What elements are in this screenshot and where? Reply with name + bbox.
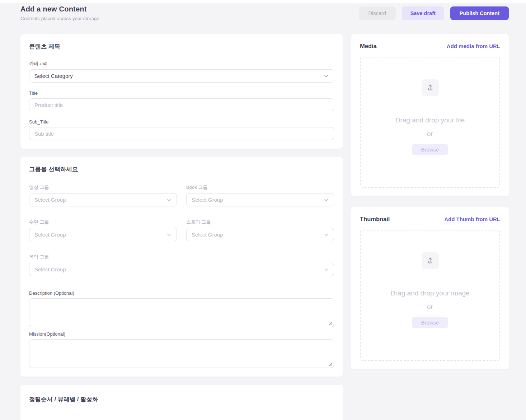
chevron-down-icon <box>324 197 329 202</box>
media-card: Media Add media from URL Drag and drop y… <box>351 34 509 196</box>
resize-handle-icon[interactable] <box>328 321 332 325</box>
content-title-card: 콘텐츠 제목 카테고리 Select Category Title Sub_Ti… <box>20 34 343 149</box>
description-field: Description (Optional) <box>29 290 334 327</box>
music-group-select-value: Select Group <box>34 266 324 272</box>
sort-viewlevel-heading: 정렬순서 / 뷰레벨 / 활성화 <box>29 396 334 403</box>
discard-button[interactable]: Discard <box>359 6 396 20</box>
media-dropzone[interactable]: Drag and drop your file or Browse <box>360 57 500 188</box>
sleep-group-select-value: Select Group <box>34 232 166 238</box>
upload-icon <box>426 256 435 265</box>
group-select-card: 그룹을 선택하세요 명상 그룹 Select Group Book 그룹 Sel… <box>20 157 343 377</box>
story-group-label: 스토리 그룹 <box>186 219 334 225</box>
category-select-value: Select Category <box>34 73 324 79</box>
media-drop-text: Drag and drop your file <box>395 116 465 124</box>
left-column: 콘텐츠 제목 카테고리 Select Category Title Sub_Ti… <box>20 34 343 420</box>
story-group-select[interactable]: Select Group <box>186 228 334 241</box>
meditation-group-select-value: Select Group <box>34 197 166 203</box>
thumbnail-dropzone[interactable]: Drag and drop your image or Browse <box>360 230 500 361</box>
book-group-select-value: Select Group <box>192 197 324 203</box>
page-header: Add a new Content Contents placed across… <box>0 3 526 21</box>
add-media-from-url-link[interactable]: Add media from URL <box>447 43 500 49</box>
music-group-select[interactable]: Select Group <box>29 263 334 276</box>
sleep-group-select[interactable]: Select Group <box>29 228 177 241</box>
top-strip <box>0 0 526 3</box>
media-or-text: or <box>427 130 433 138</box>
book-group-field: Book 그룹 Select Group <box>186 184 334 206</box>
group-row-2: 수면 그룹 Select Group 스토리 그룹 Select Group <box>29 219 334 241</box>
thumbnail-card: Thumbnail Add Thumb from URL Drag and dr… <box>351 207 509 369</box>
resize-handle-icon[interactable] <box>328 362 332 366</box>
meditation-group-field: 명상 그룹 Select Group <box>29 184 177 206</box>
save-draft-button[interactable]: Save draft <box>402 6 444 20</box>
main-content: 콘텐츠 제목 카테고리 Select Category Title Sub_Ti… <box>0 34 526 420</box>
subtitle-field: Sub_Title <box>29 119 334 140</box>
music-group-label: 음악 그룹 <box>29 254 334 260</box>
mission-label: Mission(Optional) <box>29 331 334 337</box>
thumbnail-heading: Thumbnail <box>360 216 390 223</box>
thumbnail-or-text: or <box>427 303 433 311</box>
title-label: Title <box>29 90 334 96</box>
chevron-down-icon <box>324 232 329 237</box>
chevron-down-icon <box>324 267 329 272</box>
right-column: Media Add media from URL Drag and drop y… <box>351 34 509 369</box>
thumbnail-browse-button[interactable]: Browse <box>412 317 448 328</box>
chevron-down-icon <box>324 74 329 79</box>
description-textarea[interactable] <box>29 298 334 327</box>
subtitle-label: Sub_Title <box>29 119 334 125</box>
story-group-field: 스토리 그룹 Select Group <box>186 219 334 241</box>
group-row-1: 명상 그룹 Select Group Book 그룹 Select Group <box>29 184 334 206</box>
book-group-select[interactable]: Select Group <box>186 193 334 206</box>
media-heading: Media <box>360 43 377 50</box>
upload-icon <box>426 83 435 92</box>
chevron-down-icon <box>166 232 172 237</box>
music-group-field: 음악 그룹 Select Group <box>29 254 334 276</box>
header-actions: Discard Save draft Publish Content <box>359 5 509 20</box>
sleep-group-field: 수면 그룹 Select Group <box>29 219 177 241</box>
description-label: Description (Optional) <box>29 290 334 296</box>
add-thumb-from-url-link[interactable]: Add Thumb from URL <box>444 216 500 222</box>
media-upload-tile[interactable] <box>422 79 439 96</box>
story-group-select-value: Select Group <box>192 232 324 238</box>
page-header-text: Add a new Content Contents placed across… <box>20 5 99 21</box>
mission-field: Mission(Optional) <box>29 331 334 368</box>
thumbnail-upload-tile[interactable] <box>422 252 439 269</box>
title-field: Title <box>29 90 334 111</box>
page-title: Add a new Content <box>20 5 99 13</box>
book-group-label: Book 그룹 <box>186 184 334 191</box>
thumbnail-card-header: Thumbnail Add Thumb from URL <box>360 216 500 223</box>
sort-viewlevel-card: 정렬순서 / 뷰레벨 / 활성화 <box>20 385 343 420</box>
media-browse-button[interactable]: Browse <box>412 144 448 155</box>
page-subtitle: Contents placed across your storage <box>20 16 99 21</box>
thumbnail-drop-text: Drag and drop your image <box>390 289 470 297</box>
title-input[interactable] <box>29 98 334 111</box>
publish-content-button[interactable]: Publish Content <box>450 6 509 20</box>
chevron-down-icon <box>166 197 172 202</box>
media-card-header: Media Add media from URL <box>360 43 500 50</box>
subtitle-input[interactable] <box>29 127 334 140</box>
category-select[interactable]: Select Category <box>29 69 334 83</box>
content-title-heading: 콘텐츠 제목 <box>29 43 334 51</box>
category-field: 카테고리 Select Category <box>29 60 334 83</box>
mission-textarea[interactable] <box>29 339 334 368</box>
meditation-group-select[interactable]: Select Group <box>29 193 177 206</box>
category-label: 카테고리 <box>29 60 334 67</box>
meditation-group-label: 명상 그룹 <box>29 184 177 191</box>
group-select-heading: 그룹을 선택하세요 <box>29 165 334 173</box>
sleep-group-label: 수면 그룹 <box>29 219 177 225</box>
